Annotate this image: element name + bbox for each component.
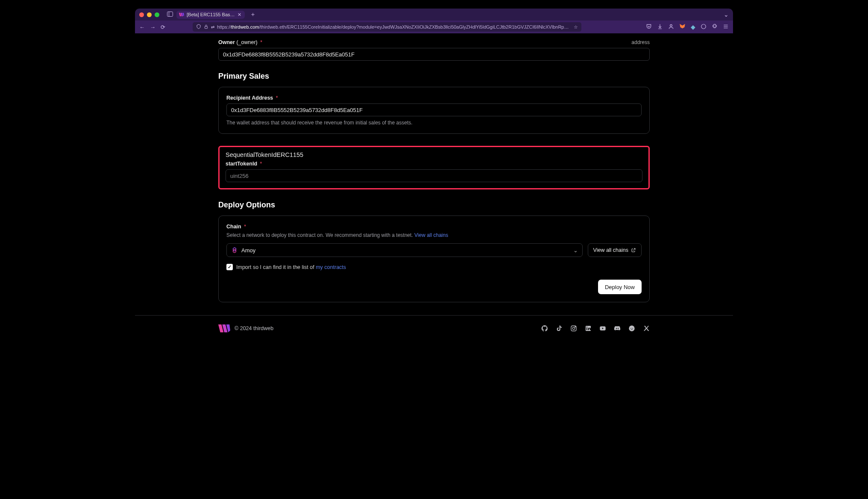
browser-toolbar: ← → ⟳ ⇄ https://thirdweb.com/thirdweb.et… [135, 21, 733, 33]
new-tab-button[interactable]: ＋ [248, 11, 258, 18]
youtube-icon[interactable] [599, 325, 606, 332]
thirdweb-favicon-icon [179, 12, 184, 17]
my-contracts-link[interactable]: my contracts [316, 264, 346, 270]
extension-1-icon[interactable]: ◆ [691, 24, 695, 30]
svg-point-13 [586, 327, 587, 328]
svg-point-10 [575, 327, 575, 327]
chevron-down-icon: ⌄ [573, 247, 578, 254]
download-icon[interactable] [657, 24, 663, 31]
svg-rect-2 [205, 27, 207, 29]
star-icon[interactable]: ☆ [574, 24, 578, 30]
discord-icon[interactable] [614, 325, 621, 332]
sidebar-toggle-icon[interactable] [167, 12, 173, 18]
extensions-icon[interactable] [712, 24, 718, 31]
owner-label: Owner (_owner) * [218, 39, 262, 45]
import-checkbox[interactable]: ✓ [226, 264, 233, 270]
close-window-icon[interactable] [139, 12, 144, 17]
reload-button[interactable]: ⟳ [161, 24, 165, 30]
deploy-now-button[interactable]: Deploy Now [598, 280, 642, 294]
menu-icon[interactable] [723, 24, 729, 31]
copyright: © 2024 thirdweb [235, 325, 273, 331]
window-controls[interactable] [139, 12, 159, 17]
thirdweb-logo-icon [218, 324, 230, 333]
back-button[interactable]: ← [139, 24, 145, 30]
chain-select[interactable]: Amoy ⌄ [226, 243, 583, 257]
owner-type: address [631, 39, 650, 45]
chain-helper: Select a network to deploy this contract… [226, 232, 414, 238]
minimize-window-icon[interactable] [147, 12, 152, 17]
lock-icon[interactable] [204, 24, 208, 30]
account-icon[interactable] [668, 24, 674, 31]
tabs-chevron-icon[interactable]: ⌄ [724, 11, 729, 18]
linkedin-icon[interactable] [585, 325, 592, 332]
svg-point-9 [572, 327, 575, 329]
instagram-icon[interactable] [570, 325, 577, 332]
github-icon[interactable] [541, 325, 548, 332]
start-token-id-label: startTokenId [226, 161, 257, 167]
permissions-icon[interactable]: ⇄ [211, 25, 214, 30]
sequential-heading: SequentialTokenIdERC1155 [226, 151, 642, 158]
url-bar[interactable]: ⇄ https://thirdweb.com/thirdweb.eth/ERC1… [193, 22, 581, 32]
tab-title: [Beta] ERC1155 Base | Publishe [187, 12, 235, 17]
deploy-options-card: Chain * Select a network to deploy this … [218, 216, 650, 302]
chain-selected: Amoy [241, 247, 255, 254]
view-all-chains-button[interactable]: View all chains [588, 243, 642, 257]
recipient-input[interactable] [226, 103, 642, 116]
start-token-id-input[interactable] [226, 169, 642, 182]
svg-rect-0 [167, 12, 173, 16]
svg-point-15 [629, 325, 634, 331]
svg-point-17 [632, 328, 633, 329]
primary-sales-title: Primary Sales [218, 72, 650, 81]
recipient-helper: The wallet address that should receive t… [226, 120, 642, 126]
metamask-icon[interactable] [679, 23, 686, 31]
url-text: https://thirdweb.com/thirdweb.eth/ERC115… [217, 24, 571, 30]
chain-label: Chain * [226, 224, 246, 230]
svg-point-3 [670, 24, 672, 27]
footer: © 2024 thirdweb Home Blog [135, 315, 733, 334]
deploy-options-title: Deploy Options [218, 201, 650, 210]
sequential-token-highlight: SequentialTokenIdERC1155 startTokenId * [218, 146, 650, 189]
shield-icon[interactable] [196, 24, 201, 30]
svg-rect-12 [586, 328, 587, 330]
import-label: Import so I can find it in the list of m… [236, 264, 346, 270]
amoy-chain-icon [231, 247, 238, 254]
owner-input[interactable] [218, 48, 650, 61]
recipient-label: Recipient Address * [226, 95, 278, 101]
forward-button[interactable]: → [150, 24, 155, 30]
reddit-icon[interactable] [628, 325, 635, 332]
x-twitter-icon[interactable] [643, 325, 650, 332]
primary-sales-card: Recipient Address * The wallet address t… [218, 87, 650, 134]
titlebar: [Beta] ERC1155 Base | Publishe ✕ ＋ ⌄ [135, 9, 733, 21]
svg-point-16 [630, 328, 631, 329]
tiktok-icon[interactable] [556, 325, 563, 332]
browser-tab[interactable]: [Beta] ERC1155 Base | Publishe ✕ [176, 11, 245, 19]
svg-point-4 [701, 24, 706, 29]
external-link-icon [631, 248, 636, 253]
page-content: Owner (_owner) * address Primary Sales R… [135, 33, 733, 334]
view-all-chains-link[interactable]: View all chains [414, 232, 448, 238]
maximize-window-icon[interactable] [155, 12, 159, 17]
pocket-icon[interactable] [646, 24, 652, 31]
extension-2-icon[interactable] [701, 24, 707, 31]
close-tab-icon[interactable]: ✕ [238, 12, 241, 18]
